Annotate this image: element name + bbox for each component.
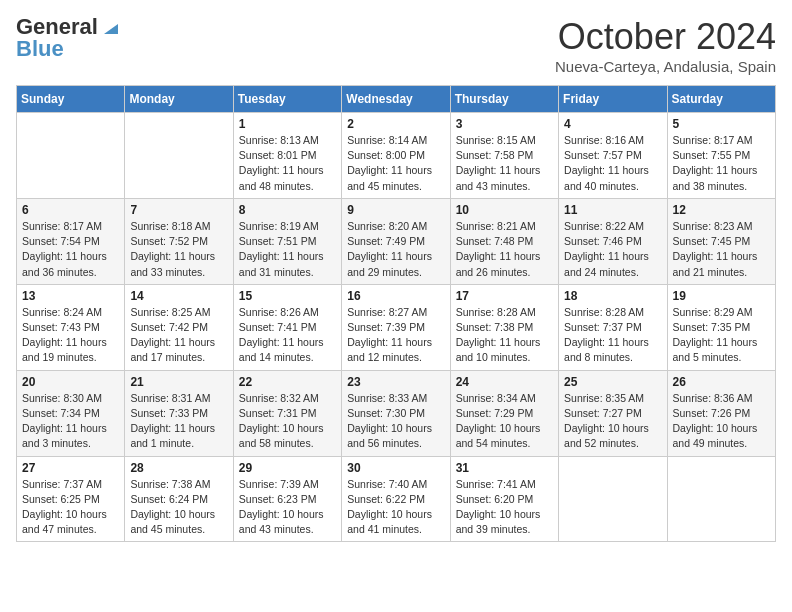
cell-info-text: Sunrise: 8:18 AMSunset: 7:52 PMDaylight:… bbox=[130, 219, 227, 280]
cell-info-text: Sunrise: 8:27 AMSunset: 7:39 PMDaylight:… bbox=[347, 305, 444, 366]
cell-info-text: Sunrise: 8:22 AMSunset: 7:46 PMDaylight:… bbox=[564, 219, 661, 280]
calendar-cell: 25Sunrise: 8:35 AMSunset: 7:27 PMDayligh… bbox=[559, 370, 667, 456]
cell-day-number: 17 bbox=[456, 289, 553, 303]
calendar-week-row: 20Sunrise: 8:30 AMSunset: 7:34 PMDayligh… bbox=[17, 370, 776, 456]
calendar-cell: 29Sunrise: 7:39 AMSunset: 6:23 PMDayligh… bbox=[233, 456, 341, 542]
calendar-cell: 5Sunrise: 8:17 AMSunset: 7:55 PMDaylight… bbox=[667, 113, 775, 199]
cell-info-text: Sunrise: 7:38 AMSunset: 6:24 PMDaylight:… bbox=[130, 477, 227, 538]
cell-info-text: Sunrise: 7:40 AMSunset: 6:22 PMDaylight:… bbox=[347, 477, 444, 538]
cell-info-text: Sunrise: 7:37 AMSunset: 6:25 PMDaylight:… bbox=[22, 477, 119, 538]
cell-day-number: 20 bbox=[22, 375, 119, 389]
calendar-cell: 27Sunrise: 7:37 AMSunset: 6:25 PMDayligh… bbox=[17, 456, 125, 542]
weekday-header-wednesday: Wednesday bbox=[342, 86, 450, 113]
cell-day-number: 26 bbox=[673, 375, 770, 389]
calendar-cell: 4Sunrise: 8:16 AMSunset: 7:57 PMDaylight… bbox=[559, 113, 667, 199]
calendar-cell bbox=[125, 113, 233, 199]
cell-day-number: 28 bbox=[130, 461, 227, 475]
calendar-week-row: 27Sunrise: 7:37 AMSunset: 6:25 PMDayligh… bbox=[17, 456, 776, 542]
cell-day-number: 5 bbox=[673, 117, 770, 131]
cell-info-text: Sunrise: 8:20 AMSunset: 7:49 PMDaylight:… bbox=[347, 219, 444, 280]
logo-icon bbox=[100, 16, 122, 38]
cell-info-text: Sunrise: 8:15 AMSunset: 7:58 PMDaylight:… bbox=[456, 133, 553, 194]
calendar-cell: 20Sunrise: 8:30 AMSunset: 7:34 PMDayligh… bbox=[17, 370, 125, 456]
cell-day-number: 9 bbox=[347, 203, 444, 217]
calendar-cell: 16Sunrise: 8:27 AMSunset: 7:39 PMDayligh… bbox=[342, 284, 450, 370]
svg-marker-0 bbox=[104, 24, 118, 34]
cell-info-text: Sunrise: 7:41 AMSunset: 6:20 PMDaylight:… bbox=[456, 477, 553, 538]
cell-day-number: 22 bbox=[239, 375, 336, 389]
cell-info-text: Sunrise: 8:25 AMSunset: 7:42 PMDaylight:… bbox=[130, 305, 227, 366]
weekday-header-tuesday: Tuesday bbox=[233, 86, 341, 113]
calendar-cell: 2Sunrise: 8:14 AMSunset: 8:00 PMDaylight… bbox=[342, 113, 450, 199]
cell-info-text: Sunrise: 8:24 AMSunset: 7:43 PMDaylight:… bbox=[22, 305, 119, 366]
weekday-header-monday: Monday bbox=[125, 86, 233, 113]
calendar-cell: 7Sunrise: 8:18 AMSunset: 7:52 PMDaylight… bbox=[125, 198, 233, 284]
calendar-cell bbox=[17, 113, 125, 199]
calendar-cell: 31Sunrise: 7:41 AMSunset: 6:20 PMDayligh… bbox=[450, 456, 558, 542]
location-title: Nueva-Carteya, Andalusia, Spain bbox=[555, 58, 776, 75]
cell-day-number: 8 bbox=[239, 203, 336, 217]
cell-info-text: Sunrise: 8:28 AMSunset: 7:37 PMDaylight:… bbox=[564, 305, 661, 366]
weekday-header-saturday: Saturday bbox=[667, 86, 775, 113]
weekday-header-thursday: Thursday bbox=[450, 86, 558, 113]
calendar-cell: 26Sunrise: 8:36 AMSunset: 7:26 PMDayligh… bbox=[667, 370, 775, 456]
cell-day-number: 27 bbox=[22, 461, 119, 475]
cell-info-text: Sunrise: 8:17 AMSunset: 7:54 PMDaylight:… bbox=[22, 219, 119, 280]
cell-day-number: 21 bbox=[130, 375, 227, 389]
cell-day-number: 11 bbox=[564, 203, 661, 217]
cell-day-number: 14 bbox=[130, 289, 227, 303]
cell-day-number: 3 bbox=[456, 117, 553, 131]
cell-info-text: Sunrise: 8:19 AMSunset: 7:51 PMDaylight:… bbox=[239, 219, 336, 280]
calendar-cell: 24Sunrise: 8:34 AMSunset: 7:29 PMDayligh… bbox=[450, 370, 558, 456]
cell-day-number: 24 bbox=[456, 375, 553, 389]
logo-blue-text: Blue bbox=[16, 38, 64, 60]
cell-day-number: 15 bbox=[239, 289, 336, 303]
weekday-header-sunday: Sunday bbox=[17, 86, 125, 113]
weekday-header-row: SundayMondayTuesdayWednesdayThursdayFrid… bbox=[17, 86, 776, 113]
cell-day-number: 7 bbox=[130, 203, 227, 217]
cell-info-text: Sunrise: 8:35 AMSunset: 7:27 PMDaylight:… bbox=[564, 391, 661, 452]
calendar-week-row: 1Sunrise: 8:13 AMSunset: 8:01 PMDaylight… bbox=[17, 113, 776, 199]
calendar-week-row: 6Sunrise: 8:17 AMSunset: 7:54 PMDaylight… bbox=[17, 198, 776, 284]
calendar-cell: 12Sunrise: 8:23 AMSunset: 7:45 PMDayligh… bbox=[667, 198, 775, 284]
cell-info-text: Sunrise: 8:14 AMSunset: 8:00 PMDaylight:… bbox=[347, 133, 444, 194]
page-header: General Blue October 2024 Nueva-Carteya,… bbox=[16, 16, 776, 75]
calendar-cell: 19Sunrise: 8:29 AMSunset: 7:35 PMDayligh… bbox=[667, 284, 775, 370]
cell-day-number: 4 bbox=[564, 117, 661, 131]
title-area: October 2024 Nueva-Carteya, Andalusia, S… bbox=[555, 16, 776, 75]
calendar-cell: 21Sunrise: 8:31 AMSunset: 7:33 PMDayligh… bbox=[125, 370, 233, 456]
cell-info-text: Sunrise: 8:13 AMSunset: 8:01 PMDaylight:… bbox=[239, 133, 336, 194]
cell-day-number: 31 bbox=[456, 461, 553, 475]
calendar-cell: 11Sunrise: 8:22 AMSunset: 7:46 PMDayligh… bbox=[559, 198, 667, 284]
calendar-cell: 15Sunrise: 8:26 AMSunset: 7:41 PMDayligh… bbox=[233, 284, 341, 370]
calendar-cell: 13Sunrise: 8:24 AMSunset: 7:43 PMDayligh… bbox=[17, 284, 125, 370]
cell-day-number: 13 bbox=[22, 289, 119, 303]
cell-day-number: 10 bbox=[456, 203, 553, 217]
month-title: October 2024 bbox=[555, 16, 776, 58]
calendar-cell: 23Sunrise: 8:33 AMSunset: 7:30 PMDayligh… bbox=[342, 370, 450, 456]
cell-day-number: 23 bbox=[347, 375, 444, 389]
calendar-cell: 9Sunrise: 8:20 AMSunset: 7:49 PMDaylight… bbox=[342, 198, 450, 284]
cell-day-number: 29 bbox=[239, 461, 336, 475]
cell-day-number: 16 bbox=[347, 289, 444, 303]
cell-day-number: 6 bbox=[22, 203, 119, 217]
cell-info-text: Sunrise: 8:23 AMSunset: 7:45 PMDaylight:… bbox=[673, 219, 770, 280]
cell-day-number: 30 bbox=[347, 461, 444, 475]
cell-info-text: Sunrise: 8:31 AMSunset: 7:33 PMDaylight:… bbox=[130, 391, 227, 452]
calendar-week-row: 13Sunrise: 8:24 AMSunset: 7:43 PMDayligh… bbox=[17, 284, 776, 370]
cell-day-number: 12 bbox=[673, 203, 770, 217]
logo-general-text: General bbox=[16, 16, 98, 38]
calendar-cell: 30Sunrise: 7:40 AMSunset: 6:22 PMDayligh… bbox=[342, 456, 450, 542]
calendar-table: SundayMondayTuesdayWednesdayThursdayFrid… bbox=[16, 85, 776, 542]
cell-info-text: Sunrise: 8:29 AMSunset: 7:35 PMDaylight:… bbox=[673, 305, 770, 366]
cell-day-number: 1 bbox=[239, 117, 336, 131]
calendar-cell: 22Sunrise: 8:32 AMSunset: 7:31 PMDayligh… bbox=[233, 370, 341, 456]
weekday-header-friday: Friday bbox=[559, 86, 667, 113]
cell-info-text: Sunrise: 8:33 AMSunset: 7:30 PMDaylight:… bbox=[347, 391, 444, 452]
cell-info-text: Sunrise: 8:34 AMSunset: 7:29 PMDaylight:… bbox=[456, 391, 553, 452]
calendar-cell: 28Sunrise: 7:38 AMSunset: 6:24 PMDayligh… bbox=[125, 456, 233, 542]
cell-info-text: Sunrise: 8:28 AMSunset: 7:38 PMDaylight:… bbox=[456, 305, 553, 366]
cell-info-text: Sunrise: 8:17 AMSunset: 7:55 PMDaylight:… bbox=[673, 133, 770, 194]
calendar-cell: 6Sunrise: 8:17 AMSunset: 7:54 PMDaylight… bbox=[17, 198, 125, 284]
cell-day-number: 18 bbox=[564, 289, 661, 303]
